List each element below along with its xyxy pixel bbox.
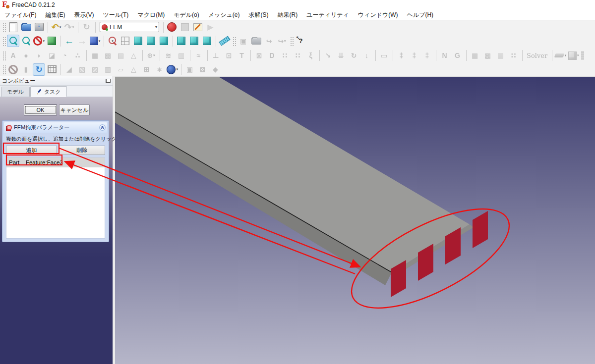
fem-constraint-displacement-icon[interactable]: D (266, 50, 278, 62)
post-sphere-icon[interactable]: ▾ (166, 63, 178, 76)
view-cube-wire-icon[interactable] (119, 35, 131, 47)
toolbar-grip[interactable] (2, 64, 6, 74)
dropdown-arrow-icon[interactable]: ▾ (176, 67, 178, 71)
view-rear-icon[interactable] (175, 35, 187, 47)
measure-icon[interactable] (218, 35, 231, 47)
ok-button[interactable]: OK (24, 104, 57, 115)
menu-item-3[interactable]: 表示(V) (74, 11, 94, 19)
link-folder-icon[interactable] (250, 35, 262, 47)
post-display-icon[interactable]: ▮ (20, 63, 32, 76)
view-top-icon[interactable] (145, 35, 157, 47)
float-panel-icon[interactable] (106, 79, 111, 83)
view-bottom-icon[interactable] (188, 35, 200, 47)
fem-constraint-rigid-icon[interactable]: ⊡ (223, 50, 235, 62)
zoom-tools-icon[interactable]: ▾ (106, 35, 119, 47)
fem-constraint-spring-icon[interactable]: ξ (304, 50, 317, 62)
view-forward-icon[interactable]: → (76, 35, 88, 47)
post-clip-remove-icon[interactable]: ⊠ (196, 63, 209, 76)
macro-play-icon[interactable]: ▶ (204, 21, 217, 33)
fem-constraint-fixed-icon[interactable]: ⊥ (210, 50, 222, 62)
macro-stop-icon[interactable] (178, 21, 191, 33)
fem-constraint-contact-icon[interactable]: ∷ (279, 50, 291, 62)
dropdown-arrow-icon[interactable]: ▾ (43, 39, 45, 43)
dropdown-arrow-icon[interactable]: ▾ (153, 53, 155, 57)
view-fit-all-icon[interactable] (7, 35, 19, 47)
add-face-button[interactable]: 追加 (6, 146, 57, 155)
fem-material-multiple-icon[interactable]: ∴ (71, 50, 84, 62)
menu-item-2[interactable]: 編集(E) (45, 11, 65, 19)
fem-mesh-boundary-layer-icon[interactable]: ▦ (494, 50, 507, 62)
menu-item-11[interactable]: ウィンドウ(W) (358, 11, 398, 19)
view-back-icon[interactable]: ← (63, 35, 75, 47)
fem-mesh-to-part-icon[interactable]: ∷ (507, 50, 520, 62)
menu-item-1[interactable]: ファイル(F) (4, 11, 36, 19)
fem-constraint-panel-header[interactable]: FEM拘束パラメーター (4, 122, 107, 133)
menu-item-8[interactable]: 求解(S) (249, 11, 269, 19)
fem-constraint-lock-icon[interactable]: ⊠ (253, 50, 265, 62)
dropdown-arrow-icon[interactable]: ▾ (99, 39, 101, 43)
fem-mesh-group-icon[interactable]: ▩ (481, 50, 494, 62)
fem-face-list[interactable]: Part__Feature:Face3 (6, 157, 105, 239)
view-zoom-selection-icon[interactable] (20, 35, 32, 47)
toolbar-grip[interactable] (232, 36, 236, 46)
fem-face-list-item[interactable]: Part__Feature:Face3 (6, 157, 105, 167)
fem-mesh-1d-icon[interactable]: △ (127, 50, 140, 62)
macro-record-icon[interactable] (166, 21, 178, 33)
fem-thermal-bodyheat-icon[interactable]: ‡ (421, 50, 433, 62)
dropdown-arrow-icon[interactable]: ▾ (60, 25, 61, 29)
link-import-icon[interactable]: ↪ (263, 35, 275, 47)
post-tools-icon[interactable]: ⊞ (140, 63, 153, 76)
post-section-icon[interactable]: ▥ (102, 63, 114, 76)
macro-edit-icon[interactable] (191, 21, 204, 33)
tab-model[interactable]: モデル (1, 87, 30, 97)
fem-load-pressure-icon[interactable]: ⇊ (335, 50, 347, 62)
fem-thermal-heatflux-icon[interactable]: ‡ (408, 50, 420, 62)
view-right-icon[interactable] (158, 35, 170, 47)
collapse-chevron-icon[interactable] (99, 124, 106, 131)
link-make-icon[interactable]: ▣ (237, 35, 249, 47)
post-grid-icon[interactable] (46, 63, 58, 76)
fem-beam-section-icon[interactable]: ≋ (162, 50, 175, 62)
view-isometric-icon[interactable] (46, 35, 58, 47)
fem-mesh-netgen-icon[interactable]: N (438, 50, 451, 62)
fem-load-gravity-icon[interactable]: ↓ (360, 50, 373, 62)
fem-constraint-group-icon[interactable]: ⊕▾ (145, 50, 157, 62)
3d-viewport[interactable] (115, 76, 595, 364)
undo-icon[interactable]: ↶▾ (50, 21, 62, 33)
post-section-camera-icon[interactable]: ◆ (209, 63, 222, 76)
fem-material-icon[interactable]: ● (20, 50, 32, 62)
fem-thermal-temperature-icon[interactable]: ‡ (395, 50, 408, 62)
fem-load-torque-icon[interactable]: ↻ (348, 50, 360, 62)
fem-analysis-icon[interactable]: A (7, 50, 19, 62)
post-refresh-icon[interactable]: ↻ (33, 63, 45, 76)
dropdown-arrow-icon[interactable]: ▾ (577, 53, 579, 57)
combo-dropdown-icon[interactable]: ▾ (155, 25, 157, 29)
fem-constraint-section-print-icon[interactable]: ▭ (378, 50, 390, 62)
toolbar-grip[interactable] (2, 36, 6, 46)
fem-clipped-icon[interactable] (580, 50, 585, 62)
post-ramp-icon[interactable]: ◢ (63, 63, 75, 76)
cancel-button[interactable]: キャンセル (59, 104, 90, 115)
toolbar-grip[interactable] (2, 22, 6, 32)
fem-clip-plane-icon[interactable]: ◪ (46, 50, 58, 62)
fem-material-fluid-icon[interactable]: ◗ (33, 50, 45, 62)
save-icon[interactable] (33, 21, 45, 33)
post-vector-icon[interactable]: ▨ (89, 63, 101, 76)
fem-constraint-transform-icon[interactable]: T (236, 50, 248, 62)
toolbar-grip[interactable] (290, 36, 294, 46)
fem-mesh-boundary-icon[interactable]: ▤ (115, 50, 127, 62)
fem-solver-icon[interactable]: Solver (525, 50, 549, 62)
menu-item-4[interactable]: ツール(T) (103, 11, 128, 19)
link-import-all-icon[interactable]: ↪▾ (276, 35, 288, 47)
tab-task[interactable]: タスク (30, 86, 67, 97)
post-scalar-icon[interactable]: ▧ (76, 63, 88, 76)
fem-result-pipeline-icon[interactable]: ▾ (567, 50, 580, 62)
remove-face-button[interactable]: 削除 (59, 146, 105, 155)
draw-style-icon[interactable]: ▾ (33, 35, 45, 47)
fem-fluid-section-icon[interactable]: ≈ (192, 50, 205, 62)
fem-result-show-icon[interactable]: ▾ (554, 50, 567, 62)
fem-mesh-shape-icon[interactable]: ▩ (102, 50, 114, 62)
menu-item-10[interactable]: ユーティリティ (306, 11, 349, 19)
dropdown-arrow-icon[interactable]: ▾ (72, 25, 74, 29)
workbench-selector[interactable]: FEM▾ (100, 22, 159, 32)
